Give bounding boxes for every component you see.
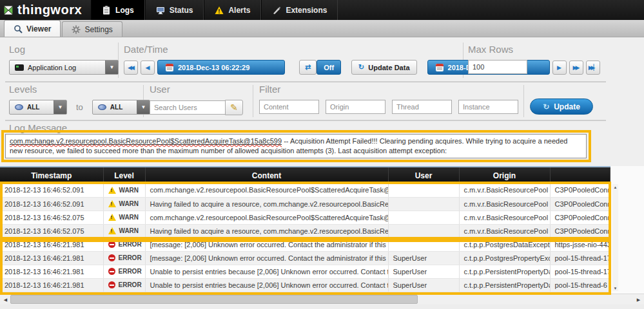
cell-thread: C3P0PooledConnectionPoolManager| (550, 211, 610, 224)
search-users-input[interactable] (150, 100, 226, 115)
logs-viewer-app: thingworx Logs Status Alerts Extensions (0, 0, 644, 309)
nav-tab-alerts-label: Alerts (228, 6, 250, 15)
vertical-scrollbar[interactable]: ▲ ▼ (612, 184, 618, 291)
col-header-user[interactable]: User (388, 167, 459, 183)
level-to-value: ALL (110, 104, 122, 111)
col-header-thread[interactable] (550, 167, 610, 183)
log-select[interactable]: Application Log ▼ (9, 60, 119, 75)
nav-tab-status-label: Status (170, 6, 193, 15)
col-header-content[interactable]: Content (145, 167, 388, 183)
filter-thread-input[interactable] (392, 100, 452, 114)
log-section: Log Application Log ▼ (9, 44, 119, 75)
thingworx-logo-icon (4, 6, 13, 15)
table-row[interactable]: 2018-12-13 16:46:52.075 WARN Having fail… (0, 224, 610, 238)
nav-tab-extensions[interactable]: Extensions (261, 0, 338, 20)
cell-timestamp: 2018-12-13 16:46:52.091 (0, 183, 103, 197)
table-row[interactable]: 2018-12-13 16:46:52.091 WARN com.mchange… (0, 183, 610, 197)
jump-forward-button[interactable]: ▶▶ (569, 61, 583, 75)
level-from-select[interactable]: ALL ▼ (9, 100, 67, 115)
tab-viewer-label: Viewer (26, 24, 51, 33)
nav-tab-logs-label: Logs (115, 6, 134, 15)
filter-instance-input[interactable] (458, 100, 518, 114)
extensions-icon (272, 6, 281, 15)
cell-content: [message: [2,006] Unknown error occurred… (145, 238, 388, 251)
cell-timestamp: 2018-12-13 16:46:52.091 (0, 197, 103, 211)
auto-refresh-toggle[interactable]: Off (317, 60, 341, 75)
calendar-icon (166, 64, 173, 71)
jump-last-button[interactable]: ▶▶▏ (586, 61, 600, 75)
table-header-row: Timestamp Level Content User Origin (0, 167, 610, 183)
horizontal-scrollbar-thumb[interactable] (10, 295, 418, 304)
step-back-button[interactable]: ◀ (141, 61, 155, 75)
cell-timestamp: 2018-12-13 16:46:52.075 (0, 211, 103, 224)
cell-origin: c.t.p.p.PersistentPropertyDataProcesso (459, 278, 550, 292)
error-icon (108, 268, 115, 275)
nav-tab-extensions-label: Extensions (286, 6, 327, 15)
table-row[interactable]: 2018-12-13 16:46:21.981 ERROR Unable to … (0, 265, 610, 278)
update-data-refresh-icon: ↻ (358, 63, 364, 71)
col-header-origin[interactable]: Origin (459, 167, 550, 183)
log-select-value: Application Log (28, 64, 76, 71)
cell-origin: c.m.v.r.BasicResourcePool (459, 211, 550, 224)
start-date-button[interactable]: 2018-Dec-13 06:22:29 (157, 60, 285, 75)
jump-first-back-button[interactable]: ◀◀ (124, 61, 138, 75)
scroll-right-icon[interactable]: ▶ (634, 295, 643, 304)
table-row[interactable]: 2018-12-13 16:46:52.091 WARN Having fail… (0, 197, 610, 211)
level-to-select[interactable]: ALL ▼ (92, 100, 150, 115)
nav-tab-alerts[interactable]: Alerts (204, 0, 261, 20)
level-icon (98, 104, 106, 110)
pick-user-pencil-icon[interactable]: ✎ (225, 100, 243, 115)
level-icon (15, 104, 23, 110)
brand: thingworx (0, 0, 91, 20)
filter-content-input[interactable] (259, 100, 319, 114)
level-from-value: ALL (27, 104, 39, 111)
warning-icon (108, 214, 116, 221)
nav-tab-status[interactable]: Status (145, 0, 204, 20)
log-message-section: Log Message (9, 122, 67, 133)
cell-level: ERROR (103, 278, 145, 292)
logs-icon (102, 6, 111, 15)
cell-content: Having failed to acquire a resource, com… (145, 224, 388, 238)
cell-content: [message: [2,006] Unknown error occurred… (145, 251, 388, 265)
filter-origin-input[interactable] (326, 100, 385, 114)
table-row[interactable]: 2018-12-13 16:46:21.981 ERROR Unable to … (0, 278, 610, 292)
cell-timestamp: 2018-12-13 16:46:52.075 (0, 224, 103, 238)
cell-level: ERROR (103, 238, 145, 251)
step-forward-button[interactable]: ▶ (552, 61, 567, 75)
table-row[interactable]: 2018-12-13 16:46:21.981 ERROR [message: … (0, 238, 610, 251)
tab-viewer[interactable]: Viewer (4, 20, 61, 37)
update-data-button[interactable]: ↻ Update Data (351, 60, 416, 75)
cell-timestamp: 2018-12-13 16:46:21.981 (0, 278, 103, 292)
scroll-down-icon[interactable]: ▼ (612, 285, 618, 291)
cell-content: Unable to persist entries because [2,006… (145, 278, 388, 292)
horizontal-scrollbar[interactable]: ◀ ▶ (0, 294, 644, 304)
tab-settings[interactable]: Settings (62, 21, 122, 37)
table-row[interactable]: 2018-12-13 16:46:52.075 WARN com.mchange… (0, 211, 610, 224)
error-icon (108, 241, 115, 248)
chevron-down-icon: ▼ (137, 100, 150, 114)
update-button[interactable]: ↻ Update (530, 98, 593, 115)
log-table-container: Timestamp Level Content User Origin 2018… (0, 166, 644, 294)
log-message-class-link[interactable]: com.mchange.v2.resourcepool.BasicResourc… (10, 137, 282, 145)
max-rows-input[interactable] (468, 60, 527, 74)
brand-name: thingworx (17, 3, 82, 17)
log-table: Timestamp Level Content User Origin 2018… (0, 166, 610, 292)
datetime-section: Date/Time ◀◀ ◀ 2018-Dec-13 06:22:29 ⇄ Of… (124, 44, 600, 75)
cell-origin: c.t.p.p.PersistentPropertyDataProcesso (459, 265, 550, 278)
nav-tab-logs[interactable]: Logs (91, 0, 145, 20)
datetime-section-title: Date/Time (124, 44, 600, 55)
col-header-level[interactable]: Level (103, 167, 145, 183)
scroll-up-icon[interactable]: ▲ (612, 184, 618, 190)
levels-to-label: to (76, 102, 83, 112)
update-refresh-icon: ↻ (543, 102, 549, 111)
cell-thread: pool-15-thread-17 (550, 251, 610, 265)
filter-panel: Log Application Log ▼ Date/Time ◀◀ ◀ 201… (0, 37, 644, 166)
auto-refresh-button[interactable]: ⇄ (299, 60, 317, 75)
cell-level: WARN (103, 211, 145, 224)
col-header-timestamp[interactable]: Timestamp (0, 167, 103, 183)
table-row[interactable]: 2018-12-13 16:46:21.981 ERROR [message: … (0, 251, 610, 265)
log-message-box[interactable]: com.mchange.v2.resourcepool.BasicResourc… (5, 134, 587, 158)
scroll-left-icon[interactable]: ◀ (1, 295, 10, 304)
cell-user (388, 224, 459, 238)
filter-title: Filter (259, 84, 518, 95)
